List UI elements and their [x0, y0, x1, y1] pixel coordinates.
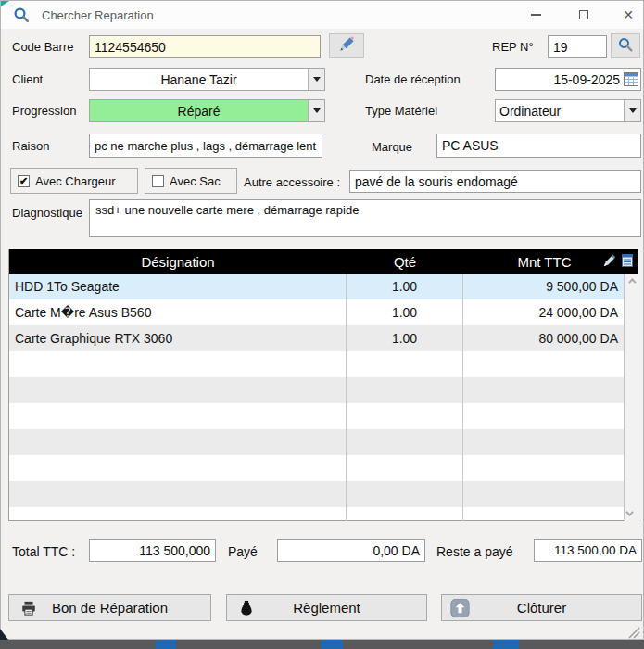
- minimize-button[interactable]: [516, 1, 555, 29]
- bon-de-reparation-button[interactable]: Bon de Réparation: [8, 594, 211, 621]
- minimize-icon: [531, 14, 541, 16]
- cell-mnt: 80 000,00 DA: [463, 325, 625, 351]
- table-empty-row: [9, 429, 625, 455]
- type-materiel-value: Ordinateur: [496, 104, 624, 119]
- table-body: HDD 1To Seagate 1.00 9 500,00 DA Carte M…: [9, 274, 625, 521]
- taskbar[interactable]: [0, 640, 644, 649]
- grid-edit-pen-icon[interactable]: [602, 253, 617, 272]
- type-materiel-combobox[interactable]: Ordinateur: [495, 99, 641, 122]
- table-empty-row: [9, 455, 625, 481]
- progression-value: Réparé: [90, 104, 308, 119]
- reglement-button[interactable]: Règlement: [226, 594, 427, 621]
- rep-search-button[interactable]: [611, 33, 640, 58]
- client-value: Hanane Tazir: [90, 72, 308, 87]
- titlebar[interactable]: Chercher Reparation ✕: [1, 1, 643, 29]
- printer-icon: [20, 600, 37, 617]
- avec-chargeur-checkbox[interactable]: ✔: [18, 175, 30, 187]
- table-row[interactable]: Carte M�re Asus B560 1.00 24 000,00 DA: [9, 299, 625, 325]
- table-empty-row: [9, 377, 625, 403]
- progression-combobox[interactable]: Réparé: [89, 99, 325, 122]
- avec-sac-group: Avec Sac: [145, 168, 237, 194]
- marque-input[interactable]: PC ASUS: [436, 134, 641, 158]
- rep-n-input[interactable]: 19: [548, 35, 607, 58]
- type-materiel-label: Type Matériel: [365, 104, 437, 118]
- reglement-label: Règlement: [293, 600, 360, 616]
- search-icon: [617, 36, 634, 57]
- cloturer-button[interactable]: Clôturer: [441, 594, 642, 621]
- chevron-down-icon: [625, 508, 633, 515]
- chevron-down-icon: [308, 100, 324, 121]
- cell-mnt: 24 000,00 DA: [463, 299, 625, 325]
- code-barre-input[interactable]: 1124554650: [89, 35, 321, 58]
- client-combobox[interactable]: Hanane Tazir: [89, 68, 325, 91]
- check-icon: ✔: [19, 176, 28, 186]
- cell-qte: 1.00: [347, 299, 463, 325]
- table-header: Désignation Qté Mnt TTC: [9, 249, 638, 274]
- cell-qte: 1.00: [347, 325, 463, 351]
- table-empty-row: [9, 481, 625, 507]
- reste-a-paye-label: Reste a payé: [436, 544, 513, 559]
- items-table: Désignation Qté Mnt TTC: [8, 249, 638, 521]
- maximize-button[interactable]: [564, 1, 603, 29]
- paye-field[interactable]: 0,00 DA: [277, 539, 425, 562]
- col-header-qte[interactable]: Qté: [347, 249, 463, 274]
- rep-n-label: REP N°: [492, 40, 534, 54]
- calendar-icon[interactable]: [624, 71, 638, 90]
- close-icon: ✕: [623, 7, 634, 22]
- autre-accessoire-input[interactable]: pavé de la souris endomagé: [349, 170, 641, 193]
- raison-input[interactable]: pc ne marche plus , lags , démarrage len…: [89, 134, 322, 158]
- cell-qte: 1.00: [347, 274, 463, 299]
- reste-a-paye-field[interactable]: 113 500,00 DA: [534, 539, 642, 562]
- total-ttc-label: Total TTC :: [12, 544, 75, 559]
- raison-label: Raison: [12, 139, 49, 153]
- col-header-mnt-ttc[interactable]: Mnt TTC: [463, 249, 625, 274]
- col-header-designation[interactable]: Désignation: [9, 249, 347, 274]
- desktop: Chercher Reparation ✕ Code Barre 1124554…: [0, 0, 644, 649]
- total-ttc-field[interactable]: 113 500,000: [89, 539, 216, 562]
- progression-label: Progression: [12, 104, 76, 118]
- bon-de-reparation-label: Bon de Réparation: [52, 600, 168, 616]
- money-bag-icon: [240, 600, 253, 616]
- search-icon: [13, 6, 30, 23]
- chevron-up-icon: [628, 278, 636, 286]
- diagnostique-textarea[interactable]: ssd+ une nouvelle carte mere , démarrage…: [89, 199, 641, 237]
- chercher-reparation-window: Chercher Reparation ✕ Code Barre 1124554…: [0, 0, 644, 640]
- chevron-down-icon: [624, 100, 640, 121]
- diagnostique-label: Diagnostique: [12, 206, 82, 220]
- cell-mnt: 9 500,00 DA: [463, 274, 625, 299]
- date-reception-label: Date de réception: [365, 72, 461, 86]
- avec-chargeur-group: ✔ Avec Chargeur: [10, 168, 138, 194]
- taskbar-app-indicator[interactable]: [493, 640, 519, 649]
- date-reception-picker[interactable]: 15-09-2025: [495, 68, 641, 91]
- table-empty-row: [9, 351, 625, 377]
- avec-sac-checkbox[interactable]: [152, 175, 164, 187]
- pen-icon: [338, 35, 356, 57]
- cell-designation: Carte M�re Asus B560: [9, 299, 347, 325]
- window-title: Chercher Reparation: [42, 8, 154, 22]
- autre-accessoire-label: Autre accessoire :: [244, 175, 340, 189]
- scroll-up-button[interactable]: [625, 274, 638, 288]
- taskbar-app-indicator[interactable]: [321, 640, 343, 649]
- table-row[interactable]: Carte Graphique RTX 3060 1.00 80 000,00 …: [9, 325, 625, 351]
- scroll-down-button[interactable]: [625, 506, 638, 521]
- vertical-scrollbar[interactable]: [624, 274, 638, 521]
- marque-label: Marque: [372, 140, 412, 154]
- maximize-icon: [579, 10, 588, 19]
- paye-label: Payé: [228, 544, 258, 559]
- cloturer-label: Clôturer: [517, 600, 566, 616]
- taskbar-app-indicator[interactable]: [156, 640, 176, 649]
- code-barre-label: Code Barre: [12, 40, 73, 54]
- close-button[interactable]: ✕: [609, 1, 644, 29]
- table-empty-row: [9, 507, 625, 521]
- cell-designation: HDD 1To Seagate: [9, 274, 347, 299]
- avec-chargeur-label: Avec Chargeur: [35, 174, 115, 188]
- edit-code-button[interactable]: [329, 33, 364, 58]
- avec-sac-label: Avec Sac: [170, 174, 221, 188]
- chevron-down-icon: [308, 69, 324, 90]
- grid-columns-icon[interactable]: [620, 253, 635, 272]
- client-label: Client: [12, 72, 43, 86]
- up-arrow-icon: [450, 598, 470, 617]
- table-empty-row: [9, 403, 625, 429]
- cell-designation: Carte Graphique RTX 3060: [9, 325, 347, 351]
- table-row[interactable]: HDD 1To Seagate 1.00 9 500,00 DA: [9, 274, 625, 299]
